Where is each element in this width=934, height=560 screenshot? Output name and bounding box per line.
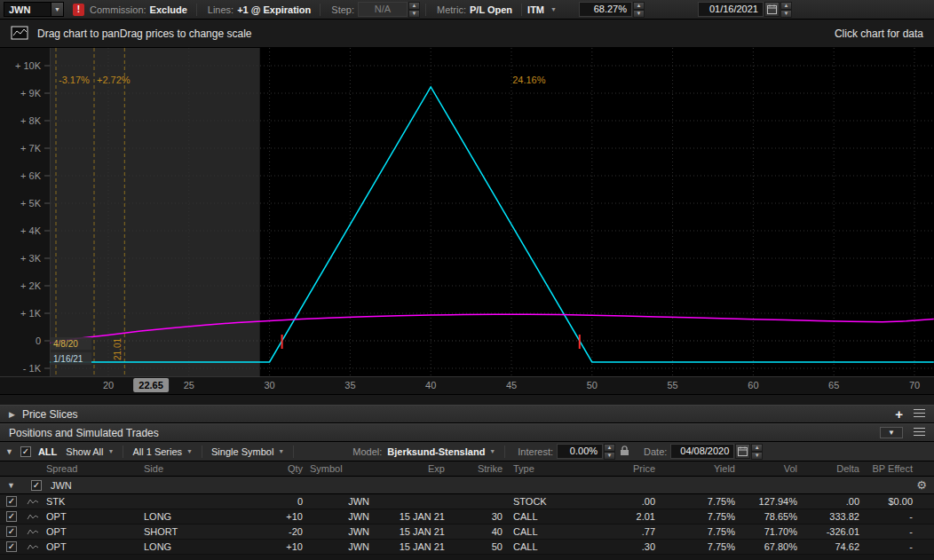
position-row[interactable]: ✓OPTLONG+10JWN15 JAN 2130CALL2.017.75%78…	[0, 509, 934, 525]
column-header-qty[interactable]: Qty	[225, 463, 306, 474]
position-row[interactable]: ✓OPTSHORT-20JWN15 JAN 2140CALL.777.75%71…	[0, 525, 934, 540]
row-checkbox[interactable]: ✓	[6, 526, 17, 537]
svg-text:+ 1K: + 1K	[20, 308, 42, 319]
probability-stepper[interactable]: ▲▼	[633, 2, 645, 17]
cell-qty: -20	[225, 526, 306, 537]
symbol-group-row[interactable]: ▼ ✓ JWN ⚙	[0, 477, 934, 494]
chevron-down-icon[interactable]: ▼	[550, 6, 557, 12]
lock-icon[interactable]	[620, 445, 629, 458]
risk-profile-chart[interactable]: + 10K+ 9K+ 8K+ 7K+ 6K+ 5K+ 4K+ 3K+ 2K+ 1…	[0, 48, 934, 394]
expiration-date-input[interactable]: 01/16/2021	[698, 2, 764, 17]
gear-icon[interactable]: ⚙	[916, 478, 927, 492]
all-checkbox[interactable]: ✓	[20, 446, 31, 457]
menu-icon[interactable]	[914, 408, 925, 421]
row-chart-icon[interactable]	[23, 513, 43, 521]
model-dropdown[interactable]: Bjerksund-Stensland▼	[387, 446, 495, 457]
svg-text:50: 50	[587, 380, 598, 390]
svg-text:+ 3K: + 3K	[20, 253, 42, 264]
itm-dropdown[interactable]: ITM	[527, 4, 544, 15]
position-row[interactable]: ✓STK0JWNSTOCK.007.75%127.94%.00$0.00	[0, 494, 934, 509]
alert-icon[interactable]: !	[73, 4, 84, 16]
svg-text:40: 40	[425, 380, 436, 390]
cell-strike: 50	[448, 541, 506, 552]
positions-bar[interactable]: Positions and Simulated Trades ▼	[0, 423, 934, 442]
series-filter-dropdown[interactable]: All 1 Series▼	[132, 446, 193, 457]
chart-drag-hint: Drag chart to panDrag prices to change s…	[37, 28, 251, 40]
cell-symbol: JWN	[306, 526, 373, 537]
calendar-icon[interactable]	[764, 2, 780, 17]
cell-spread: STK	[43, 496, 140, 507]
lines-value[interactable]: +1 @ Expiration	[237, 4, 311, 15]
svg-text:- 1K: - 1K	[23, 363, 42, 374]
cell-delta: -326.01	[801, 526, 863, 537]
chart-panel-icon[interactable]	[11, 26, 28, 42]
commission-label: Commission:	[90, 4, 146, 15]
chart-bottom-gap	[0, 394, 934, 405]
symbol-combo[interactable]: JWN ▼	[4, 2, 64, 17]
svg-text:+ 2K: + 2K	[20, 280, 42, 291]
column-header-symbol[interactable]: Symbol	[306, 463, 373, 474]
interest-stepper[interactable]: ▲▼	[604, 444, 615, 459]
column-header-delta[interactable]: Delta	[801, 463, 863, 474]
row-checkbox[interactable]: ✓	[6, 496, 17, 507]
cell-exp: 15 JAN 21	[373, 511, 448, 522]
column-header-bp_effect[interactable]: BP Effect	[863, 463, 916, 474]
cell-spread: OPT	[43, 526, 140, 537]
svg-text:22.65: 22.65	[139, 380, 163, 390]
column-header-yield[interactable]: Yield	[659, 463, 739, 474]
step-stepper[interactable]: ▲▼	[408, 2, 420, 17]
cell-side: LONG	[140, 511, 225, 522]
date-stepper[interactable]: ▲▼	[751, 444, 763, 459]
price-slices-bar[interactable]: ▶ Price Slices +	[0, 405, 934, 423]
column-header-side[interactable]: Side	[140, 463, 225, 474]
menu-icon[interactable]	[914, 427, 925, 439]
column-header-exp[interactable]: Exp	[373, 463, 448, 474]
chevron-down-icon[interactable]: ▼	[5, 447, 13, 456]
step-input[interactable]: N/A	[358, 2, 408, 17]
cell-spread: OPT	[43, 511, 140, 522]
date-input[interactable]: 04/08/2020	[670, 444, 734, 459]
position-row[interactable]: ✓OPTLONG+10JWN15 JAN 2150CALL.307.75%67.…	[0, 540, 934, 555]
collapse-section-button[interactable]: ▼	[880, 427, 903, 438]
column-header-vol[interactable]: Vol	[739, 463, 801, 474]
add-slice-button[interactable]: +	[895, 408, 903, 421]
metric-value[interactable]: P/L Open	[470, 4, 512, 15]
interest-input[interactable]: 0.00%	[557, 444, 603, 459]
cell-vol: 127.94%	[739, 496, 801, 507]
symbol-value[interactable]: JWN	[4, 4, 51, 15]
show-all-dropdown[interactable]: Show All▼	[66, 446, 114, 457]
probability-input[interactable]: 68.27%	[579, 2, 632, 17]
cell-vol: 78.65%	[739, 511, 801, 522]
svg-text:30: 30	[264, 380, 274, 390]
svg-text:35: 35	[344, 380, 355, 390]
cell-delta: .00	[801, 496, 863, 507]
calendar-icon[interactable]	[735, 444, 750, 459]
divider	[202, 446, 202, 458]
cell-qty: +10	[225, 541, 306, 552]
row-chart-icon[interactable]	[23, 543, 43, 551]
row-checkbox[interactable]: ✓	[6, 541, 17, 552]
svg-text:+2.72%: +2.72%	[97, 75, 131, 85]
chevron-down-icon[interactable]: ▼	[7, 481, 15, 490]
commission-value[interactable]: Exclude	[150, 4, 187, 15]
chevron-right-icon[interactable]: ▶	[9, 410, 15, 419]
row-chart-icon[interactable]	[23, 528, 43, 536]
row-chart-icon[interactable]	[23, 498, 43, 506]
chevron-down-icon[interactable]: ▼	[51, 3, 63, 16]
row-checkbox[interactable]: ✓	[6, 511, 17, 522]
cell-vol: 71.70%	[739, 526, 801, 537]
column-header-type[interactable]: Type	[506, 463, 586, 474]
column-header-price[interactable]: Price	[586, 463, 659, 474]
cell-symbol: JWN	[306, 511, 373, 522]
column-header-strike[interactable]: Strike	[448, 463, 506, 474]
cell-exp: 15 JAN 21	[373, 541, 448, 552]
price-slices-title: Price Slices	[22, 408, 78, 421]
expiration-date-stepper[interactable]: ▲▼	[780, 2, 792, 17]
group-checkbox[interactable]: ✓	[31, 480, 42, 491]
lines-label: Lines:	[208, 4, 234, 15]
chevron-down-icon: ▼	[278, 448, 284, 454]
column-header-spread[interactable]: Spread	[43, 463, 140, 474]
svg-text:25: 25	[184, 380, 194, 390]
divider	[504, 446, 505, 458]
symbol-filter-dropdown[interactable]: Single Symbol▼	[211, 446, 284, 457]
